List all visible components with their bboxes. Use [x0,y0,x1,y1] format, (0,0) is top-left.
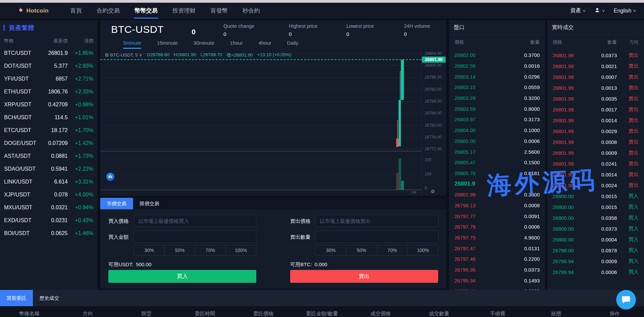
trade-row: 26801.99 0.0024 賣出 [547,180,644,191]
timeframe-tab[interactable]: 30minute [193,40,214,49]
sell-button[interactable]: 賣出 [290,270,438,283]
sell-price-label: 賣出價格 [290,218,310,225]
ask-row[interactable]: 26803.59 0.8000 [449,103,545,114]
gear-icon[interactable]: ⚙ [431,189,435,194]
buy-price-input[interactable] [134,215,256,227]
bid-row[interactable]: 26795.94 0.1493 [449,275,545,286]
recent-trades-columns: 價格 數量 方向 [547,35,644,50]
market-stat: Quote change 0 [223,23,254,37]
ohlc-readout: ⊞ BTC-USDT, 5 ∨ O26788.80 H26801.90 L267… [105,52,291,58]
timeframe-tab[interactable]: Daily [287,40,298,49]
orders-tab[interactable]: 當前委託 [0,290,33,306]
pair-row[interactable]: BOI/USDT 0.0625 +1.46% [0,227,98,240]
ask-row[interactable]: 26803.15 0.0559 [449,82,545,93]
percent-button[interactable]: 30% [134,245,164,255]
pair-row[interactable]: DOT/USDT 5.377 +2.93% [0,60,98,72]
percent-button[interactable]: 50% [346,245,377,255]
buy-percent-buttons: 30%50%70%100% [134,245,256,256]
percent-button[interactable]: 70% [195,245,226,255]
percent-button[interactable]: 30% [316,245,346,255]
percent-button[interactable]: 100% [407,245,438,255]
buy-amount-input[interactable] [134,231,256,243]
pair-row[interactable]: LINK/USDT 6.614 +3.31% [0,175,98,188]
hotcoin-logo[interactable]: Hotcoin [17,7,48,15]
timeframe-tab[interactable]: 4hour [258,40,271,49]
ask-row[interactable]: 26803.14 0.0296 [449,71,545,82]
volume-gridline [100,174,422,174]
sell-price-input[interactable] [315,215,438,227]
timeframe-tab[interactable]: 1hour [230,40,243,49]
nav-item[interactable]: 合約交易 [96,3,120,19]
buy-available-balance: 可用USDT:500.00 [108,261,151,268]
chat-icon[interactable] [616,290,636,310]
bid-row[interactable]: 26797.47 0.0131 [449,243,545,254]
pair-row[interactable]: XJP/USDT 0.078 +4.00% [0,188,98,201]
orders-tab[interactable]: 歷史成交 [33,290,66,306]
bid-row[interactable]: 26801.99 0.3600 [449,189,545,200]
trade-row: 26801.99 0.0014 賣出 [547,115,644,126]
buy-button[interactable]: 買入 [108,270,256,283]
pair-row[interactable]: ETC/USDT 18.172 +1.70% [0,124,98,137]
chevron-down-icon: ∨ [602,8,605,13]
bid-row[interactable]: 26797.76 0.0006 [449,221,545,232]
orders-column-label: 委託金額/數量 [293,306,351,317]
ask-row[interactable]: 26805.00 0.0006 [449,136,545,147]
current-price-line [100,59,422,60]
timeframe-tab[interactable]: 15minute [157,40,178,49]
assets-dropdown[interactable]: 資產 ∨ [570,7,585,14]
orders-column-label: 操作 [585,306,644,317]
pair-row[interactable]: MXU/USDT 0.0321 +0.94% [0,201,98,214]
pair-row[interactable]: BCH/USDT 114.5 +1.01% [0,111,98,124]
bid-row[interactable]: 26797.77 0.0091 [449,211,545,221]
nav-item[interactable]: 秒合約 [242,3,260,19]
ask-row[interactable]: 26803.29 0.3200 [449,93,545,104]
ask-row[interactable]: 26802.00 0.3700 [449,50,545,61]
bid-row[interactable]: 26795.95 0.0373 [449,265,545,275]
pair-row[interactable]: XRP/USDT 0.42709 +0.68% [0,98,98,111]
ask-row[interactable]: 26805.47 0.1500 [449,157,545,168]
trade-mode-tab[interactable]: 限價交易 [133,198,166,209]
cloud-upload-icon[interactable] [106,173,114,181]
nav-item[interactable]: 首頁 [69,3,82,19]
ask-row[interactable]: 26803.97 0.3173 [449,114,545,125]
sell-amount-input[interactable] [315,231,438,243]
candle-body-down [396,139,399,147]
pair-row[interactable]: YFI/USDT 6857 +2.71% [0,72,98,85]
trade-row: 26800.00 0.0015 買入 [547,202,644,212]
ask-row[interactable]: 26804.00 0.1000 [449,125,545,136]
chart-symbol-dropdown[interactable]: ⊞ BTC-USDT, 5 ∨ [105,52,142,58]
nav-item[interactable]: 投资理财 [172,3,196,19]
ask-row[interactable]: 26805.76 0.0181 [449,168,545,179]
market-sidebar: 資產繁體 幣種 最新價 漲價 BTC/USDT 26801.9 +1.85% D… [0,20,98,290]
nav-item[interactable]: 首發幣 [210,3,228,19]
pair-row[interactable]: EXD/USDT 0.0231 +0.43% [0,214,98,227]
market-stat: Highest price 0 [289,23,318,37]
pair-row[interactable]: BTC/USDT 26801.9 +1.85% [0,47,98,60]
bid-row[interactable]: 26797.75 4.9600 [449,232,545,243]
bid-row[interactable]: 26798.13 0.0008 [449,200,545,211]
percent-button[interactable]: 50% [164,245,195,255]
bid-row[interactable]: 26797.46 0.2200 [449,254,545,265]
pair-row[interactable]: DOGE/USDT 0.07209 +1.42% [0,137,98,150]
sell-percent-buttons: 30%50%70%100% [315,245,438,256]
trade-mode-tab[interactable]: 市價交易 [100,198,133,209]
percent-button[interactable]: 100% [226,245,256,255]
orders-column-label: 手續費 [468,306,527,317]
account-dropdown[interactable]: ∨ [594,7,605,15]
pair-row[interactable]: SDAO/USDT 0.5941 +2.22% [0,163,98,175]
pair-row[interactable]: AST/USDT 0.0881 +1.73% [0,150,98,163]
chart-panel: BTC-USDT 0 Quote change 0 Highest price … [100,20,446,196]
nav-item[interactable]: 幣幣交易 [134,3,158,19]
timeframe-tab[interactable]: 5minute [123,40,141,49]
trade-panel: 市價交易限價交易 買入價格 買入金額 30%50%70%100% 可用USDT:… [100,198,446,289]
orders-column-label: 狀態 [527,306,585,317]
pair-row[interactable]: ETH/USDT 1806.76 +2.33% [0,85,98,98]
ask-row[interactable]: 26802.55 0.0016 [449,61,545,71]
bid-row[interactable]: 26795.40 0.0093 [449,286,545,290]
pane-separator [100,151,422,151]
ask-row[interactable]: 26805.17 2.5600 [449,146,545,157]
percent-button[interactable]: 70% [377,245,408,255]
trade-row: 26801.99 0.0014 賣出 [547,169,644,180]
language-dropdown[interactable]: English ∨ [614,8,636,14]
user-icon [594,7,600,15]
